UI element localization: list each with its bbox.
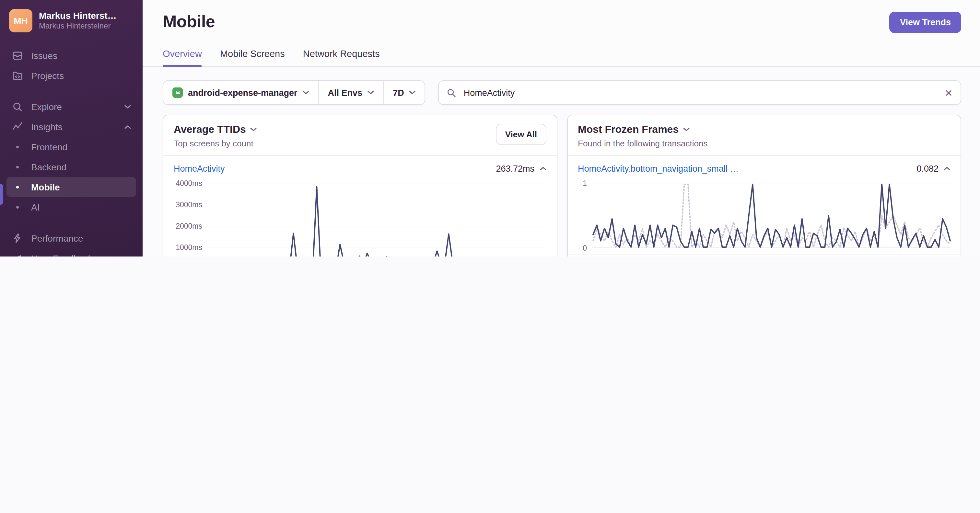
org-switcher[interactable]: MH Markus Hinterst… Markus Hintersteiner	[0, 9, 143, 32]
android-platform-icon	[172, 87, 183, 98]
bullet-icon	[12, 165, 23, 168]
app-window: MH Markus Hinterst… Markus Hintersteiner…	[0, 0, 980, 256]
sidebar-item-frontend[interactable]: Frontend	[6, 137, 136, 157]
page-header: Mobile View Trends	[143, 0, 980, 33]
frozen-rate-value: 0.082	[916, 164, 939, 173]
tab-bar: Overview Mobile Screens Network Requests	[143, 49, 980, 67]
chevron-down-icon	[124, 105, 131, 108]
sidebar-item-label: Mobile	[31, 182, 60, 192]
sidebar: MH Markus Hinterst… Markus Hintersteiner…	[0, 0, 143, 256]
search-bar: ✕	[439, 80, 961, 105]
clear-search-icon[interactable]: ✕	[945, 88, 953, 97]
sidebar-nav: Issues Projects Explore Insights Fronten…	[0, 45, 143, 256]
chevron-down-icon	[368, 91, 374, 95]
average-ttids-card: Average TTIDs Top screens by count View …	[163, 114, 557, 256]
frozen-frames-header: Most Frozen Frames Found in the followin…	[568, 115, 961, 156]
main-content: Mobile View Trends Overview Mobile Scree…	[143, 0, 980, 256]
sidebar-item-label: Backend	[31, 162, 67, 172]
chevron-up-icon	[124, 125, 131, 129]
chevron-down-icon	[409, 91, 416, 95]
sidebar-item-projects[interactable]: Projects	[6, 65, 136, 86]
user-org: Markus Hintersteiner	[39, 22, 117, 32]
tab-overview[interactable]: Overview	[163, 49, 202, 66]
sidebar-item-insights[interactable]: Insights	[6, 117, 136, 137]
chevron-down-icon	[250, 128, 257, 132]
card-subtitle: Found in the following transactions	[578, 139, 708, 148]
environment-selector[interactable]: All Envs	[318, 81, 383, 104]
lightning-icon	[12, 232, 23, 244]
ttid-plot	[207, 183, 546, 256]
bullet-icon	[12, 145, 23, 148]
sidebar-item-label: User Feedback	[31, 253, 93, 256]
card-title-text: Most Frozen Frames	[578, 124, 679, 135]
graph-line-icon	[12, 121, 23, 132]
search-icon	[12, 101, 23, 113]
issues-icon	[12, 49, 23, 61]
sidebar-item-issues[interactable]: Issues	[6, 45, 136, 65]
sidebar-item-label: Issues	[31, 50, 57, 60]
average-ttids-title-row[interactable]: Average TTIDs	[174, 124, 257, 135]
sidebar-item-label: Explore	[31, 102, 62, 112]
chevron-up-icon[interactable]	[539, 167, 546, 170]
chevron-down-icon	[683, 128, 690, 132]
chevron-down-icon	[303, 91, 309, 95]
bullet-icon	[12, 206, 23, 208]
ttid-transaction-row[interactable]: HomeActivity 263.72ms	[163, 156, 557, 181]
bullet-icon	[12, 186, 23, 188]
frozen-transaction-row[interactable]: HomeActivity.list 0.071	[568, 254, 961, 256]
sidebar-item-label: AI	[31, 202, 40, 212]
chevron-up-icon[interactable]	[944, 167, 950, 170]
page-filters: android-expense-manager All Envs 7D	[163, 80, 425, 105]
ttid-value: 263.72ms	[496, 164, 535, 173]
sidebar-item-backend[interactable]: Backend	[6, 157, 136, 177]
folder-code-icon	[12, 70, 23, 81]
megaphone-icon	[12, 252, 23, 256]
user-name: Markus Hinterst…	[39, 10, 117, 22]
active-nav-indicator	[0, 184, 3, 205]
page-title: Mobile	[163, 12, 215, 32]
frozen-y-axis: 10	[578, 183, 592, 248]
user-meta: Markus Hinterst… Markus Hintersteiner	[39, 10, 117, 32]
view-all-button[interactable]: View All	[496, 124, 546, 145]
project-selector[interactable]: android-expense-manager	[163, 81, 318, 104]
ttid-y-axis: 4000ms3000ms2000ms1000ms0	[174, 183, 207, 256]
frozen-transaction-row[interactable]: HomeActivity.bottom_navigation_small … 0…	[568, 156, 961, 181]
frozen-plot	[592, 183, 950, 248]
search-icon	[447, 88, 457, 97]
frozen-frames-title-row[interactable]: Most Frozen Frames	[578, 124, 708, 135]
transaction-link[interactable]: HomeActivity	[174, 164, 225, 173]
sidebar-item-label: Performance	[31, 233, 83, 243]
tab-network-requests[interactable]: Network Requests	[303, 49, 380, 66]
date-range-value: 7D	[393, 88, 404, 97]
date-range-selector[interactable]: 7D	[383, 81, 425, 104]
card-subtitle: Top screens by count	[174, 139, 257, 148]
average-ttids-header: Average TTIDs Top screens by count View …	[163, 115, 557, 156]
most-frozen-frames-card: Most Frozen Frames Found in the followin…	[567, 114, 961, 256]
project-selector-value: android-expense-manager	[188, 88, 298, 97]
sidebar-item-user-feedback[interactable]: User Feedback	[6, 248, 136, 256]
transaction-link[interactable]: HomeActivity.bottom_navigation_small …	[578, 164, 738, 173]
insight-cards-row: Average TTIDs Top screens by count View …	[163, 114, 961, 256]
tab-mobile-screens[interactable]: Mobile Screens	[220, 49, 285, 66]
sidebar-item-label: Frontend	[31, 141, 67, 152]
sidebar-item-performance[interactable]: Performance	[6, 228, 136, 248]
sidebar-item-label: Insights	[31, 121, 62, 132]
avatar: MH	[9, 9, 32, 32]
search-input[interactable]	[463, 87, 939, 98]
view-trends-button[interactable]: View Trends	[889, 12, 961, 33]
sidebar-item-ai[interactable]: AI	[6, 197, 136, 217]
environment-selector-value: All Envs	[328, 88, 363, 97]
sidebar-item-mobile[interactable]: Mobile	[6, 177, 136, 197]
card-title-text: Average TTIDs	[174, 124, 246, 135]
ttid-chart: 4000ms3000ms2000ms1000ms0	[163, 181, 557, 256]
filter-bar: android-expense-manager All Envs 7D	[163, 80, 961, 105]
frozen-frames-chart: 10	[568, 181, 961, 254]
sidebar-item-label: Projects	[31, 70, 64, 81]
sidebar-item-explore[interactable]: Explore	[6, 97, 136, 117]
content-area: android-expense-manager All Envs 7D	[143, 67, 980, 256]
